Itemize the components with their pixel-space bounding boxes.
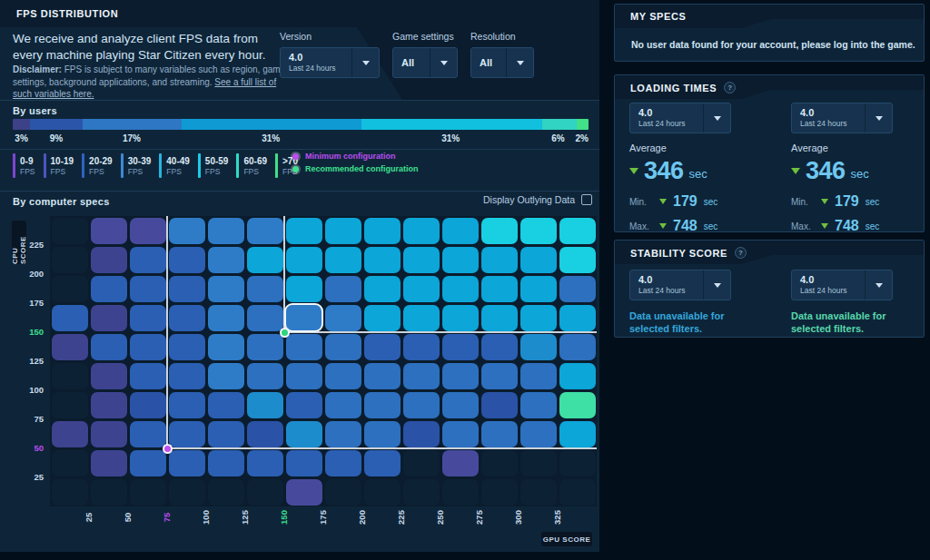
heatmap-cell[interactable] (91, 218, 127, 244)
heatmap-cell[interactable] (208, 392, 244, 418)
heatmap-cell[interactable] (169, 276, 205, 302)
heatmap-cell[interactable] (286, 218, 322, 244)
heatmap-cell[interactable] (169, 334, 205, 360)
heatmap-cell[interactable] (325, 363, 361, 389)
heatmap-cell[interactable] (169, 421, 205, 447)
help-icon[interactable]: ? (735, 247, 747, 259)
heatmap-cell[interactable] (442, 363, 479, 389)
loading-times-dropdown[interactable]: 4.0 Last 24 hours (629, 103, 731, 133)
heatmap-cell[interactable] (52, 334, 88, 360)
heatmap-cell[interactable] (130, 305, 166, 331)
heatmap-cell[interactable] (208, 363, 244, 389)
heatmap-cell[interactable] (286, 363, 322, 389)
heatmap-cell[interactable] (364, 334, 401, 360)
heatmap-cell[interactable] (91, 392, 127, 418)
heatmap-cell[interactable] (169, 218, 205, 244)
heatmap-cell[interactable] (130, 421, 166, 447)
heatmap-cell[interactable] (130, 276, 166, 302)
heatmap-cell[interactable] (364, 247, 401, 273)
heatmap-cell[interactable] (286, 479, 322, 506)
heatmap-cell[interactable] (247, 363, 283, 389)
heatmap-cell[interactable] (208, 276, 244, 302)
heatmap-cell[interactable] (364, 421, 401, 447)
outlier-checkbox[interactable] (581, 194, 592, 205)
chevron-down-icon[interactable] (430, 48, 457, 77)
heatmap-cell[interactable] (286, 276, 322, 302)
heatmap-cell[interactable] (325, 392, 361, 418)
heatmap-cell[interactable] (169, 450, 205, 476)
heatmap-cell[interactable] (442, 421, 479, 447)
heatmap-cell[interactable] (442, 218, 479, 244)
heatmap-cell[interactable] (442, 450, 479, 476)
heatmap-cell[interactable] (325, 421, 361, 447)
chevron-down-icon[interactable] (351, 48, 379, 77)
chevron-down-icon[interactable] (703, 103, 730, 133)
heatmap-cell[interactable] (52, 479, 88, 506)
heatmap-cell[interactable] (52, 218, 88, 244)
heatmap-cell[interactable] (247, 334, 283, 360)
heatmap-cell[interactable] (403, 479, 440, 506)
heatmap-cell[interactable] (52, 363, 88, 389)
version-dropdown[interactable]: 4.0 Last 24 hours (280, 47, 380, 78)
heatmap-cell[interactable] (247, 247, 283, 273)
heatmap-cell[interactable] (442, 247, 479, 273)
heatmap-cell[interactable] (52, 450, 88, 476)
heatmap-cell[interactable] (91, 363, 127, 389)
heatmap-cell[interactable] (364, 392, 401, 418)
heatmap-cell[interactable] (247, 392, 283, 418)
heatmap-cell[interactable] (364, 450, 401, 476)
heatmap-cell[interactable] (481, 421, 518, 447)
heatmap-cell[interactable] (481, 392, 518, 418)
heatmap-cell[interactable] (481, 218, 518, 244)
heatmap-cell[interactable] (91, 334, 127, 360)
heatmap-cell[interactable] (364, 218, 401, 244)
heatmap-cell[interactable] (481, 479, 518, 506)
heatmap-cell[interactable] (481, 363, 518, 389)
heatmap-cell[interactable] (208, 450, 244, 476)
heatmap-cell[interactable] (520, 334, 557, 360)
heatmap-cell[interactable] (52, 392, 88, 418)
heatmap-cell[interactable] (364, 276, 401, 302)
heatmap-cell[interactable] (286, 421, 322, 447)
heatmap-cell[interactable] (442, 479, 479, 506)
heatmap-cell[interactable] (286, 334, 322, 360)
heatmap-cell[interactable] (325, 450, 361, 476)
heatmap-cell[interactable] (403, 421, 440, 447)
heatmap-cell[interactable] (208, 421, 244, 447)
heatmap-cell[interactable] (559, 392, 596, 418)
stability-dropdown[interactable]: 4.0 Last 24 hours (629, 270, 731, 300)
heatmap-cell[interactable] (325, 334, 361, 360)
heatmap-cell[interactable] (130, 363, 166, 389)
heatmap-cell[interactable] (325, 218, 361, 244)
heatmap-cell[interactable] (559, 479, 596, 506)
heatmap-cell[interactable] (520, 363, 557, 389)
heatmap-cell[interactable] (247, 450, 283, 476)
heatmap-cell[interactable] (130, 479, 166, 506)
heatmap-cell[interactable] (520, 276, 557, 302)
heatmap-cell[interactable] (481, 334, 518, 360)
heatmap-cell[interactable] (169, 247, 205, 273)
heatmap-cell[interactable] (520, 392, 557, 418)
heatmap-cell[interactable] (364, 363, 401, 389)
heatmap-cell[interactable] (403, 363, 440, 389)
heatmap-cell[interactable] (403, 276, 440, 302)
heatmap-cell[interactable] (403, 305, 440, 331)
heatmap-cell[interactable] (130, 450, 166, 476)
heatmap-cell[interactable] (169, 479, 205, 506)
heatmap-cell[interactable] (247, 421, 283, 447)
heatmap-cell[interactable] (208, 334, 244, 360)
heatmap-cell[interactable] (559, 363, 596, 389)
heatmap-cell[interactable] (91, 450, 127, 476)
heatmap-cell[interactable] (52, 421, 88, 447)
heatmap-cell[interactable] (52, 305, 88, 331)
heatmap-cell[interactable] (520, 479, 557, 506)
heatmap-cell[interactable] (364, 305, 401, 331)
heatmap-cell[interactable] (247, 276, 283, 302)
heatmap-cell[interactable] (520, 421, 557, 447)
heatmap-cell[interactable] (325, 305, 361, 331)
heatmap-cell[interactable] (520, 450, 557, 476)
heatmap-cell[interactable] (442, 392, 479, 418)
heatmap-cell[interactable] (559, 421, 596, 447)
loading-times-dropdown[interactable]: 4.0 Last 24 hours (791, 103, 893, 133)
help-icon[interactable]: ? (724, 82, 736, 93)
